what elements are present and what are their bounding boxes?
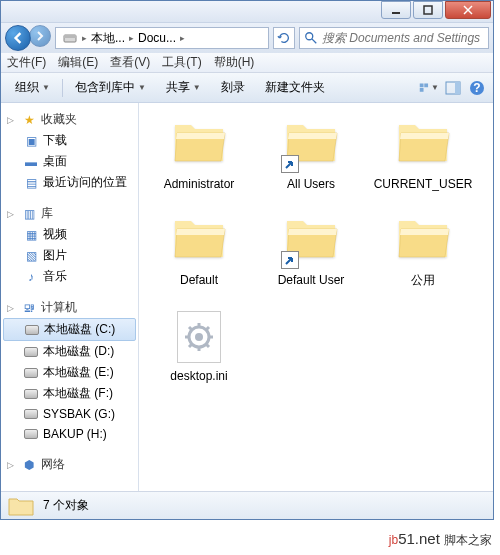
file-label: Administrator	[164, 177, 235, 191]
file-label: Default	[180, 273, 218, 287]
nav-recent[interactable]: ▤最近访问的位置	[1, 172, 138, 193]
nav-drive-g[interactable]: SYSBAK (G:)	[1, 404, 138, 424]
file-item[interactable]: Administrator	[143, 113, 255, 209]
file-item[interactable]: CURRENT_USER	[367, 113, 479, 209]
nav-drive-e[interactable]: 本地磁盘 (E:)	[1, 362, 138, 383]
nav-drive-d[interactable]: 本地磁盘 (D:)	[1, 341, 138, 362]
breadcrumb-folder[interactable]: Docu...	[134, 31, 180, 45]
svg-line-24	[189, 344, 192, 347]
file-label: Default User	[278, 273, 345, 287]
nav-desktop[interactable]: ▬桌面	[1, 151, 138, 172]
menu-view[interactable]: 查看(V)	[110, 54, 150, 71]
toolbar: 组织▼ 包含到库中▼ 共享▼ 刻录 新建文件夹 ▼ ?	[1, 73, 493, 103]
nav-music[interactable]: ♪音乐	[1, 266, 138, 287]
menu-file[interactable]: 文件(F)	[7, 54, 46, 71]
minimize-button[interactable]	[381, 1, 411, 19]
nav-pictures[interactable]: ▧图片	[1, 245, 138, 266]
file-item[interactable]: Default	[143, 209, 255, 305]
include-in-library-button[interactable]: 包含到库中▼	[67, 75, 154, 100]
share-button[interactable]: 共享▼	[158, 75, 209, 100]
nav-downloads[interactable]: ▣下载	[1, 130, 138, 151]
preview-pane-button[interactable]	[443, 78, 463, 98]
address-bar: ▸ 本地... ▸ Docu... ▸	[1, 23, 493, 53]
search-box[interactable]	[299, 27, 489, 49]
file-item[interactable]: 公用	[367, 209, 479, 305]
explorer-window: ▸ 本地... ▸ Docu... ▸ 文件(F) 编辑(E) 查看(V) 工具…	[0, 0, 494, 520]
nav-drive-c[interactable]: 本地磁盘 (C:)	[3, 318, 136, 341]
menubar: 文件(F) 编辑(E) 查看(V) 工具(T) 帮助(H)	[1, 53, 493, 73]
svg-text:?: ?	[473, 81, 480, 95]
watermark: jb51.net 脚本之家	[389, 530, 492, 549]
back-button[interactable]	[5, 25, 31, 51]
file-label: desktop.ini	[170, 369, 227, 383]
nav-drive-h[interactable]: BAKUP (H:)	[1, 424, 138, 444]
network-group[interactable]: ▷⬢网络	[1, 454, 138, 475]
svg-line-21	[189, 327, 192, 330]
favorites-group[interactable]: ▷★收藏夹	[1, 109, 138, 130]
burn-button[interactable]: 刻录	[213, 75, 253, 100]
nav-drive-f[interactable]: 本地磁盘 (F:)	[1, 383, 138, 404]
new-folder-button[interactable]: 新建文件夹	[257, 75, 333, 100]
svg-rect-5	[64, 35, 76, 38]
folder-icon	[7, 495, 35, 517]
menu-edit[interactable]: 编辑(E)	[58, 54, 98, 71]
refresh-button[interactable]	[273, 27, 295, 49]
shortcut-arrow-icon	[281, 251, 299, 269]
svg-rect-12	[455, 82, 460, 94]
file-label: 公用	[411, 273, 435, 287]
object-count: 7 个对象	[43, 497, 89, 514]
svg-line-22	[206, 344, 209, 347]
svg-line-7	[312, 39, 316, 43]
chevron-right-icon: ▸	[180, 33, 185, 43]
svg-rect-8	[420, 83, 424, 87]
search-input[interactable]	[322, 31, 484, 45]
menu-help[interactable]: 帮助(H)	[214, 54, 255, 71]
svg-line-23	[206, 327, 209, 330]
svg-point-16	[195, 333, 203, 341]
file-label: All Users	[287, 177, 335, 191]
view-options-button[interactable]: ▼	[419, 78, 439, 98]
file-item[interactable]: Default User	[255, 209, 367, 305]
organize-button[interactable]: 组织▼	[7, 75, 58, 100]
svg-rect-9	[424, 83, 428, 87]
libraries-group[interactable]: ▷▥库	[1, 203, 138, 224]
maximize-button[interactable]	[413, 1, 443, 19]
computer-group[interactable]: ▷🖳计算机	[1, 297, 138, 318]
search-icon	[304, 31, 318, 45]
svg-rect-10	[420, 88, 424, 92]
file-item[interactable]: desktop.ini	[143, 305, 255, 401]
breadcrumb[interactable]: ▸ 本地... ▸ Docu... ▸	[55, 27, 269, 49]
file-list: AdministratorAll UsersCURRENT_USERDefaul…	[139, 103, 493, 491]
breadcrumb-drive[interactable]: 本地...	[87, 30, 129, 47]
status-bar: 7 个对象	[1, 491, 493, 519]
menu-tools[interactable]: 工具(T)	[162, 54, 201, 71]
file-label: CURRENT_USER	[374, 177, 473, 191]
forward-button[interactable]	[29, 25, 51, 47]
shortcut-arrow-icon	[281, 155, 299, 173]
close-button[interactable]	[445, 1, 491, 19]
svg-rect-1	[424, 6, 432, 14]
help-button[interactable]: ?	[467, 78, 487, 98]
titlebar	[1, 1, 493, 23]
nav-videos[interactable]: ▦视频	[1, 224, 138, 245]
navigation-pane: ▷★收藏夹 ▣下载 ▬桌面 ▤最近访问的位置 ▷▥库 ▦视频 ▧图片 ♪音乐 ▷…	[1, 103, 139, 491]
svg-point-6	[306, 33, 313, 40]
file-item[interactable]: All Users	[255, 113, 367, 209]
